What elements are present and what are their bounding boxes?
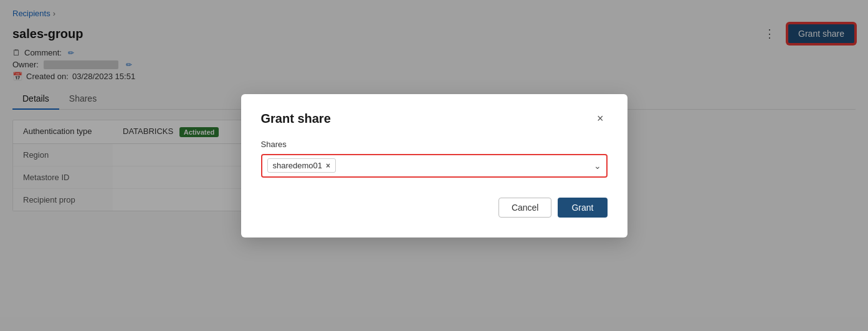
modal-title: Grant share [261,112,331,126]
modal-overlay: Grant share × Shares sharedemo01 × ⌄ Can… [0,0,868,331]
cancel-button[interactable]: Cancel [498,198,552,218]
shares-select-container[interactable]: sharedemo01 × ⌄ [261,154,608,178]
tag-remove-button[interactable]: × [326,161,330,170]
modal-close-button[interactable]: × [593,112,608,125]
grant-button[interactable]: Grant [558,198,607,218]
modal-header: Grant share × [261,112,608,126]
modal-footer: Cancel Grant [261,198,608,218]
share-tag-label: sharedemo01 [273,161,323,170]
select-chevron-icon[interactable]: ⌄ [594,161,601,171]
shares-label: Shares [261,140,608,149]
grant-share-modal: Grant share × Shares sharedemo01 × ⌄ Can… [241,94,627,237]
share-tag-sharedemo01: sharedemo01 × [267,158,336,173]
